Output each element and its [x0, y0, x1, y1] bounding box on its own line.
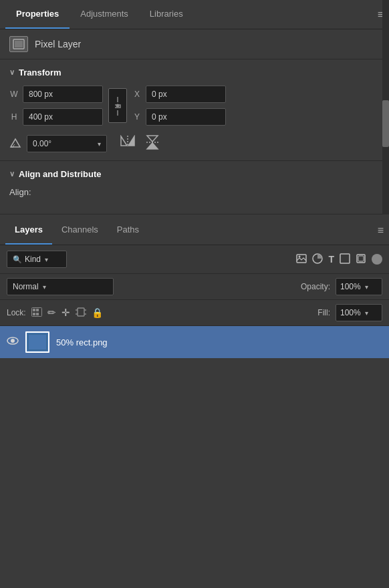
- height-row: H: [9, 108, 103, 126]
- pixel-layer-row: Pixel Layer: [0, 29, 389, 59]
- svg-marker-6: [147, 136, 158, 142]
- svg-rect-12: [340, 254, 350, 263]
- wh-fields: W H: [9, 86, 103, 126]
- y-input[interactable]: [146, 108, 226, 126]
- layer-name-label: 50% rect.png: [56, 337, 108, 347]
- scrollbar-thumb: [382, 100, 389, 147]
- svg-rect-14: [358, 256, 364, 261]
- flip-vertical-icon[interactable]: [146, 135, 159, 152]
- kind-dropdown-arrow: ▾: [45, 256, 48, 263]
- lock-icons: ✏ ✛ 🔒: [31, 307, 103, 319]
- svg-rect-18: [33, 313, 35, 315]
- layer-thumbnail: [25, 331, 49, 353]
- y-row: Y: [132, 108, 226, 126]
- h-label: H: [9, 112, 19, 122]
- lock-all-icon[interactable]: 🔒: [92, 307, 103, 318]
- lock-paintbrush-icon[interactable]: ✏: [47, 307, 56, 319]
- angle-row: 0.00° ▾: [9, 135, 380, 152]
- align-chevron[interactable]: ∨: [9, 170, 15, 178]
- opacity-dropdown[interactable]: 100% ▾: [336, 278, 382, 295]
- filter-type-icons: T: [296, 253, 382, 266]
- color-filter-icon[interactable]: [372, 254, 382, 265]
- fill-dropdown-arrow: ▾: [365, 309, 368, 317]
- lock-move-icon[interactable]: ✛: [61, 307, 70, 319]
- height-input[interactable]: [23, 108, 103, 126]
- svg-rect-16: [33, 309, 35, 311]
- xy-fields: X Y: [132, 86, 226, 126]
- properties-scrollbar[interactable]: [382, 0, 389, 214]
- layers-filter-row: 🔍 Kind ▾ T: [0, 245, 389, 274]
- pixel-layer-label: Pixel Layer: [35, 39, 81, 49]
- w-label: W: [9, 90, 19, 99]
- tab-libraries[interactable]: Libraries: [139, 0, 194, 29]
- lock-pixels-icon[interactable]: [31, 307, 42, 319]
- text-filter-icon[interactable]: T: [328, 254, 334, 265]
- angle-icon: [9, 137, 21, 151]
- transform-section: ∨ Transform W H: [0, 59, 389, 161]
- lock-artboard-icon[interactable]: [76, 307, 86, 319]
- tab-layers[interactable]: Layers: [5, 216, 52, 245]
- align-section: ∨ Align and Distribute Align:: [0, 161, 389, 214]
- x-input[interactable]: [146, 86, 226, 103]
- svg-rect-20: [78, 308, 84, 316]
- transform-grid: W H X: [9, 86, 380, 152]
- transform-flip-icons: [120, 135, 159, 152]
- y-label: Y: [132, 112, 142, 122]
- kind-filter-dropdown[interactable]: 🔍 Kind ▾: [7, 251, 67, 268]
- transform-chevron[interactable]: ∨: [9, 68, 15, 77]
- opacity-dropdown-arrow: ▾: [365, 283, 368, 291]
- search-icon: 🔍: [13, 255, 22, 264]
- svg-rect-9: [297, 255, 306, 263]
- flip-horizontal-icon[interactable]: [120, 135, 135, 152]
- svg-marker-3: [121, 136, 127, 146]
- layer-visibility-icon[interactable]: [7, 336, 19, 348]
- svg-rect-28: [29, 335, 46, 349]
- angle-dropdown-arrow: ▾: [98, 140, 101, 148]
- svg-point-2: [116, 104, 120, 108]
- svg-point-10: [299, 255, 301, 257]
- width-row: W: [9, 86, 103, 103]
- tab-channels[interactable]: Channels: [52, 216, 108, 245]
- tab-paths[interactable]: Paths: [108, 216, 148, 245]
- x-row: X: [132, 86, 226, 103]
- blend-mode-dropdown[interactable]: Normal ▾: [7, 278, 114, 295]
- lock-label: Lock:: [7, 308, 26, 317]
- layers-tab-menu-icon[interactable]: ≡: [378, 225, 384, 237]
- svg-rect-1: [15, 41, 23, 47]
- layers-panel: Layers Channels Paths ≡ 🔍 Kind ▾: [0, 216, 389, 358]
- properties-tab-bar: Properties Adjustments Libraries ≡: [0, 0, 389, 29]
- fill-dropdown[interactable]: 100% ▾: [336, 304, 382, 321]
- adjustment-filter-icon[interactable]: [312, 253, 323, 266]
- width-input[interactable]: [23, 86, 103, 103]
- svg-marker-8: [147, 143, 158, 149]
- align-title: ∨ Align and Distribute: [9, 169, 380, 179]
- opacity-label: Opacity:: [301, 282, 330, 291]
- align-label: Align:: [9, 187, 380, 197]
- wh-xy-fields: W H X: [9, 86, 380, 126]
- tab-properties[interactable]: Properties: [5, 0, 70, 29]
- x-label: X: [132, 90, 142, 99]
- link-proportions-icon[interactable]: [108, 88, 127, 123]
- blend-dropdown-arrow: ▾: [43, 283, 46, 291]
- image-filter-icon[interactable]: [296, 254, 307, 265]
- smartobject-filter-icon[interactable]: [356, 253, 366, 266]
- pixel-layer-icon: [9, 36, 28, 52]
- shape-filter-icon[interactable]: [340, 253, 350, 266]
- blend-opacity-row: Normal ▾ Opacity: 100% ▾: [0, 274, 389, 300]
- tab-adjustments[interactable]: Adjustments: [70, 0, 139, 29]
- svg-point-26: [11, 339, 15, 343]
- angle-input[interactable]: 0.00° ▾: [27, 135, 107, 152]
- svg-rect-19: [36, 313, 39, 315]
- layers-tab-bar: Layers Channels Paths ≡: [0, 216, 389, 245]
- svg-rect-17: [36, 309, 39, 311]
- transform-title: ∨ Transform: [9, 67, 380, 78]
- fill-label: Fill:: [317, 308, 330, 317]
- lock-row: Lock: ✏ ✛: [0, 300, 389, 326]
- layer-item[interactable]: 50% rect.png: [0, 326, 389, 358]
- svg-marker-5: [128, 136, 134, 146]
